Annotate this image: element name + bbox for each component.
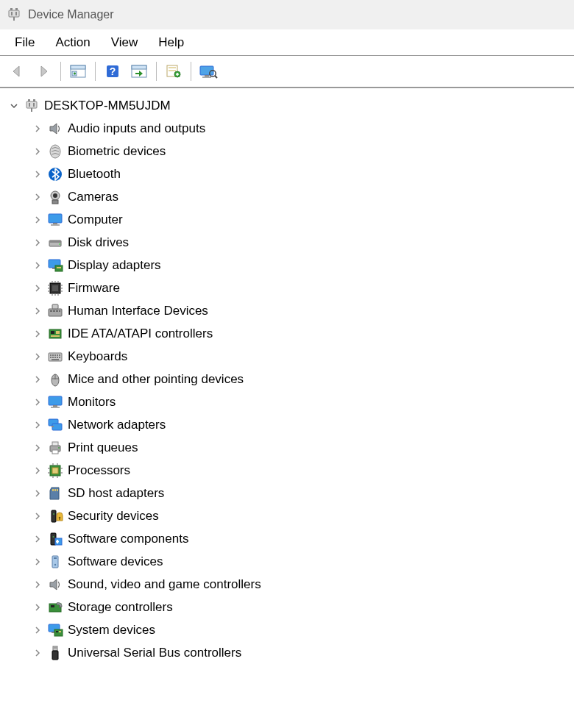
svg-line-21 [215, 76, 217, 78]
tree-item-label: Mice and other pointing devices [68, 373, 244, 385]
tree-item-label: Disk drives [68, 236, 129, 249]
svg-rect-14 [169, 67, 176, 68]
cpu-icon [47, 463, 63, 479]
chevron-right-icon[interactable] [32, 443, 43, 453]
tree-item-label: Sound, video and game controllers [68, 578, 261, 590]
chevron-right-icon[interactable] [32, 488, 43, 499]
svg-rect-19 [202, 76, 211, 78]
tree-item[interactable]: SD host adapters [6, 482, 574, 504]
chevron-right-icon[interactable] [32, 420, 43, 430]
chevron-right-icon[interactable] [32, 465, 43, 476]
chevron-right-icon[interactable] [32, 283, 43, 293]
svg-rect-0 [9, 10, 19, 17]
keyboard-icon [47, 349, 63, 365]
tree-item-label: Bluetooth [68, 168, 121, 180]
tree-item[interactable]: Processors [6, 459, 574, 482]
chevron-right-icon[interactable] [32, 260, 43, 271]
tree-item[interactable]: Cameras [6, 185, 574, 208]
tree-item[interactable]: Keyboards [6, 345, 574, 368]
tree-item[interactable]: Security devices [6, 504, 574, 527]
chevron-right-icon[interactable] [32, 511, 43, 521]
chevron-down-icon[interactable] [9, 101, 19, 111]
display-adapter-icon [47, 257, 63, 274]
toolbar-separator [191, 62, 191, 81]
tree-item[interactable]: System devices [6, 618, 574, 641]
bluetooth-icon [47, 166, 63, 182]
tree-item-label: SD host adapters [68, 487, 164, 499]
mouse-icon [47, 371, 63, 388]
system-icon [47, 622, 63, 638]
chevron-right-icon[interactable] [32, 557, 43, 567]
svg-rect-7 [71, 65, 85, 69]
tree-item[interactable]: Bluetooth [6, 163, 574, 185]
tree-item[interactable]: Print queues [6, 436, 574, 459]
menubar: File Action View Help [0, 29, 574, 56]
network-icon [47, 417, 63, 433]
monitor-icon [47, 394, 63, 410]
usb-icon [47, 645, 63, 661]
chevron-right-icon[interactable] [32, 192, 43, 202]
tree-item[interactable]: Display adapters [6, 254, 574, 276]
chevron-right-icon[interactable] [32, 238, 43, 248]
chevron-right-icon[interactable] [32, 397, 43, 407]
chevron-right-icon[interactable] [32, 602, 43, 613]
show-hide-console-tree-button[interactable] [65, 59, 91, 84]
monitor-icon [47, 212, 63, 228]
svg-rect-3 [10, 8, 13, 10]
chevron-right-icon[interactable] [32, 534, 43, 544]
tree-root-label: DESKTOP-MM5UJDM [44, 99, 171, 112]
chevron-right-icon[interactable] [32, 374, 43, 385]
tree-item-label: System devices [68, 624, 155, 636]
tree-item[interactable]: Sound, video and game controllers [6, 573, 574, 596]
chevron-right-icon[interactable] [32, 625, 43, 635]
tree-item[interactable]: Software components [6, 527, 574, 550]
menu-action[interactable]: Action [46, 32, 99, 53]
disk-icon [47, 235, 63, 251]
tree-item[interactable]: IDE ATA/ATAPI controllers [6, 322, 574, 345]
tree-item[interactable]: Audio inputs and outputs [6, 117, 574, 140]
tree-item[interactable]: Network adapters [6, 413, 574, 436]
chevron-right-icon[interactable] [32, 306, 43, 316]
tree-item[interactable]: Mice and other pointing devices [6, 368, 574, 390]
tree-item[interactable]: Biometric devices [6, 140, 574, 163]
speaker-icon [47, 577, 63, 593]
action-button[interactable] [127, 59, 152, 84]
tree-item-label: Display adapters [68, 259, 161, 271]
help-button[interactable]: ? [100, 59, 125, 84]
tree-item[interactable]: Computer [6, 208, 574, 231]
storage-icon [47, 599, 63, 615]
tree-item[interactable]: Software devices [6, 550, 574, 573]
chevron-right-icon[interactable] [32, 329, 43, 339]
tree-item[interactable]: Monitors [6, 390, 574, 413]
chevron-right-icon[interactable] [32, 351, 43, 362]
menu-help[interactable]: Help [149, 32, 193, 53]
chevron-right-icon[interactable] [32, 579, 43, 590]
scan-for-changes-button[interactable] [196, 59, 221, 84]
forward-button[interactable] [31, 59, 56, 84]
tree-item-label: Software components [68, 532, 188, 545]
tree-item[interactable]: Human Interface Devices [6, 299, 574, 322]
scan-hardware-button[interactable] [161, 59, 186, 84]
titlebar: Device Manager [0, 0, 574, 29]
svg-rect-22 [26, 101, 37, 108]
tree-item-label: Biometric devices [68, 145, 166, 157]
chevron-right-icon[interactable] [32, 648, 43, 658]
back-button[interactable] [4, 59, 29, 84]
chevron-right-icon[interactable] [32, 169, 43, 179]
tree-item[interactable]: Storage controllers [6, 596, 574, 618]
speaker-icon [47, 121, 63, 137]
tree-item[interactable]: Disk drives [6, 231, 574, 254]
tree-item[interactable]: Universal Serial Bus controllers [6, 641, 574, 664]
tree-root[interactable]: DESKTOP-MM5UJDM [6, 94, 574, 117]
tree-item-label: Security devices [68, 510, 159, 522]
tree-item-label: Network adapters [68, 418, 166, 431]
device-tree: DESKTOP-MM5UJDM Audio inputs and outputs… [0, 88, 574, 670]
menu-file[interactable]: File [6, 32, 43, 53]
toolbar-separator [156, 62, 157, 81]
svg-rect-2 [15, 12, 17, 15]
chevron-right-icon[interactable] [32, 146, 43, 157]
chevron-right-icon[interactable] [32, 215, 43, 225]
tree-item[interactable]: Firmware [6, 276, 574, 299]
menu-view[interactable]: View [102, 32, 147, 53]
chevron-right-icon[interactable] [32, 124, 43, 134]
